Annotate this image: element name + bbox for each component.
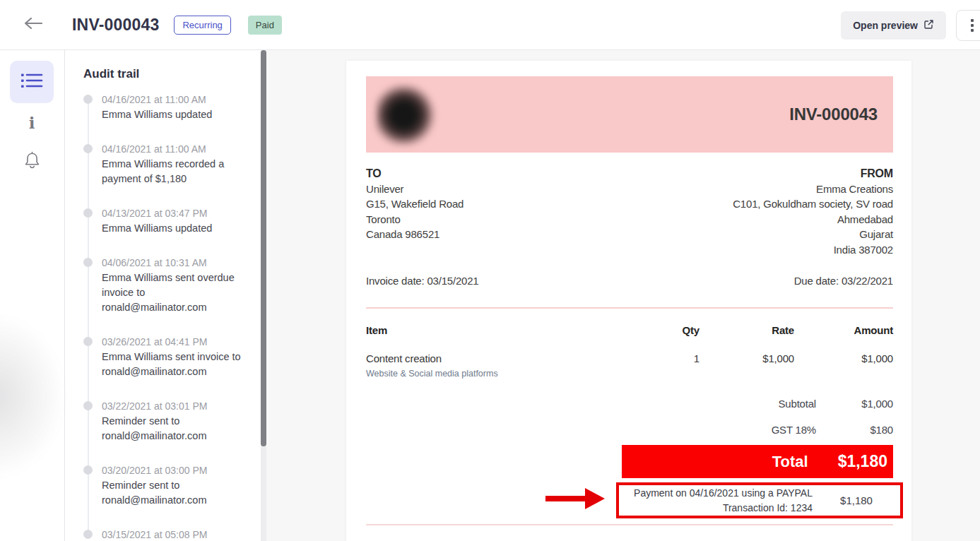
audit-entry: 03/26/2021 at 04:41 PM Emma Williams sen… (83, 335, 261, 379)
col-header-rate: Rate (699, 324, 794, 336)
audit-entry-date: 04/16/2021 at 11:00 AM (102, 93, 243, 107)
from-line: India 387002 (733, 242, 893, 258)
subtotal-value: $1,000 (816, 398, 893, 410)
payment-amount: $1,180 (813, 494, 900, 506)
audit-trail-panel: Audit trail 04/16/2021 at 11:00 AM Emma … (65, 50, 261, 541)
item-name: Content creation (366, 352, 643, 364)
timeline-dot (83, 95, 93, 104)
to-line: Canada 986521 (366, 227, 464, 242)
top-header: INV-000043 Recurring Paid Open preview (0, 0, 980, 50)
to-line: Unilever (366, 182, 464, 197)
audit-entry-date: 03/22/2021 at 03:01 PM (102, 399, 243, 414)
timeline-dot (83, 465, 93, 475)
invoice-date: Invoice date: 03/15/2021 (366, 275, 479, 287)
from-label: FROM (733, 166, 893, 182)
from-line: C101, Gokuldham society, SV road (733, 196, 893, 212)
scrollbar-thumb[interactable] (261, 50, 266, 446)
timeline-dot (83, 530, 93, 539)
col-header-amount: Amount (794, 324, 893, 336)
back-button[interactable] (21, 13, 45, 37)
from-line: Ahmedabad (733, 212, 893, 227)
col-header-qty: Qty (643, 324, 699, 336)
list-icon (20, 71, 43, 93)
audit-entry-text: Reminder sent to ronald@mailinator.com (102, 478, 243, 508)
due-date: Due date: 03/22/2021 (794, 275, 893, 287)
recurring-badge: Recurring (174, 16, 230, 35)
icon-rail: i (0, 50, 65, 541)
total-label: Total (772, 453, 808, 471)
invoice-detail-page: INV-000043 Recurring Paid Open preview (0, 0, 980, 541)
audit-entry-text: Emma Williams updated (102, 107, 243, 122)
audit-entry-date: 04/16/2021 at 11:00 AM (102, 142, 243, 157)
from-line: Gujarat (733, 227, 893, 242)
from-line: Emma Creations (733, 182, 893, 197)
rail-item-notifications[interactable] (10, 148, 54, 176)
timeline-dot (83, 401, 93, 410)
kebab-vertical-icon (971, 19, 974, 32)
audit-entry-text: Emma Williams sent overdue invoice to ro… (102, 270, 243, 315)
arrow-left-icon (24, 17, 42, 32)
invoice-document: INV-000043 TO Unilever G15, Wakefield Ro… (346, 61, 911, 541)
audit-timeline: 04/16/2021 at 11:00 AM Emma Williams upd… (83, 93, 261, 541)
audit-trail-title: Audit trail (83, 67, 261, 81)
tax-value: $180 (816, 424, 893, 436)
to-line: Toronto (366, 212, 464, 227)
audit-entry-date: 03/20/2021 at 03:00 PM (102, 463, 243, 478)
invoice-preview-area: INV-000043 TO Unilever G15, Wakefield Ro… (266, 50, 980, 541)
timeline-dot (83, 144, 93, 153)
item-rate: $1,000 (699, 352, 794, 379)
timeline-dot (83, 258, 93, 267)
audit-entry-date: 04/13/2021 at 03:47 PM (102, 206, 243, 221)
subtotal-label: Subtotal (622, 398, 816, 410)
item-description: Website & Social media platforms (366, 369, 643, 379)
rail-item-info[interactable]: i (10, 108, 54, 136)
item-qty: 1 (643, 352, 699, 379)
status-badge-paid: Paid (248, 16, 282, 35)
audit-entry: 04/06/2021 at 10:31 AM Emma Williams sen… (83, 256, 261, 315)
item-amount: $1,000 (794, 352, 893, 379)
tax-row: GST 18% $180 (622, 424, 893, 436)
open-preview-label: Open preview (853, 20, 918, 31)
audit-entry: 04/16/2021 at 11:00 AM Emma Williams rec… (83, 142, 261, 186)
audit-entry: 04/16/2021 at 11:00 AM Emma Williams upd… (83, 93, 261, 122)
audit-entry-text: Reminder sent to ronald@mailinator.com (102, 414, 243, 444)
audit-entry-date: 04/06/2021 at 10:31 AM (102, 256, 243, 270)
timeline-dot (83, 337, 93, 346)
page-title: INV-000043 (72, 16, 159, 35)
payment-highlight-box: Payment on 04/16/2021 using a PAYPAL Tra… (616, 482, 903, 518)
more-options-button[interactable] (956, 10, 980, 41)
decorative-gradient (0, 311, 68, 481)
table-row: Content creation Website & Social media … (366, 352, 893, 379)
to-label: TO (366, 166, 464, 182)
info-icon: i (29, 113, 35, 132)
rail-item-audit-trail[interactable] (10, 61, 54, 103)
audit-entry: 04/13/2021 at 03:47 PM Emma Williams upd… (83, 206, 261, 236)
open-preview-button[interactable]: Open preview (841, 11, 946, 40)
audit-entry: 03/20/2021 at 03:00 PM Reminder sent to … (83, 463, 261, 508)
bell-icon (23, 151, 41, 173)
to-line: G15, Wakefield Road (366, 196, 464, 212)
bill-to-address: TO Unilever G15, Wakefield Road Toronto … (366, 166, 464, 257)
audit-entry: 03/15/2021 at 05:08 PM (83, 528, 261, 541)
audit-entry-text: Emma Williams updated (102, 221, 243, 236)
col-header-item: Item (366, 324, 643, 336)
audit-entry-date: 03/26/2021 at 04:41 PM (102, 335, 243, 350)
table-top-divider (366, 307, 893, 309)
invoice-number: INV-000043 (789, 105, 878, 124)
subtotal-row: Subtotal $1,000 (622, 398, 893, 410)
total-value: $1,180 (838, 452, 887, 471)
payment-line1: Payment on 04/16/2021 using a PAYPAL (625, 486, 813, 501)
invoice-banner: INV-000043 (366, 76, 893, 153)
timeline-dot (83, 208, 93, 218)
audit-entry: 03/22/2021 at 03:01 PM Reminder sent to … (83, 399, 261, 444)
scrollbar-track[interactable] (261, 50, 266, 541)
items-table-header: Item Qty Rate Amount (366, 324, 893, 336)
tax-label: GST 18% (622, 424, 816, 436)
external-link-icon (923, 19, 934, 32)
audit-entry-text: Emma Williams recorded a payment of $1,1… (102, 157, 243, 186)
payment-line2: Transaction Id: 1234 (625, 501, 813, 516)
company-logo (376, 85, 437, 145)
annotation-arrow-icon (545, 488, 606, 509)
audit-entry-text: Emma Williams sent invoice to ronald@mai… (102, 350, 243, 379)
total-band: Total $1,180 (622, 445, 893, 478)
